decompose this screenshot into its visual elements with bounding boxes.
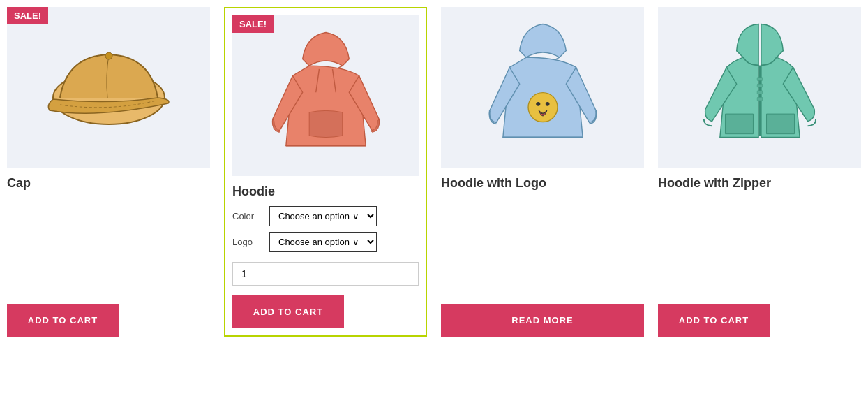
product-image-hoodie: SALE! — [232, 15, 419, 176]
product-card-hoodie-logo: Hoodie with Logo READ MORE — [441, 7, 644, 337]
hoodie-logo-label: Logo — [232, 237, 264, 247]
cap-illustration — [39, 35, 179, 140]
cap-title: Cap — [7, 176, 210, 191]
sale-badge-cap: SALE! — [7, 7, 48, 24]
svg-rect-11 — [757, 91, 763, 94]
svg-point-6 — [545, 102, 549, 106]
svg-rect-10 — [757, 84, 763, 87]
hoodie-logo-title: Hoodie with Logo — [441, 176, 644, 191]
hoodie-blue-illustration — [477, 17, 609, 157]
svg-point-4 — [528, 93, 558, 122]
hoodie-logo-card-body: Hoodie with Logo READ MORE — [441, 176, 644, 337]
hoodie-title: Hoodie — [232, 184, 419, 199]
sale-badge-hoodie: SALE! — [232, 15, 274, 33]
product-card-hoodie-zipper: Hoodie with Zipper ADD TO CART — [658, 7, 861, 337]
cap-card-body: Cap ADD TO CART — [7, 176, 210, 337]
hoodie-color-select[interactable]: Choose an option ∨ Red Blue — [269, 206, 377, 226]
svg-rect-9 — [757, 78, 763, 81]
hoodie-color-option-row: Color Choose an option ∨ Red Blue — [232, 206, 419, 226]
hoodie-logo-select[interactable]: Choose an option ∨ Yes No — [269, 232, 377, 252]
hoodie-zipper-title: Hoodie with Zipper — [658, 176, 861, 191]
hoodie-pink-illustration — [260, 26, 392, 166]
hoodie-zipper-add-to-cart-button[interactable]: ADD TO CART — [658, 304, 770, 337]
cap-add-to-cart-button[interactable]: ADD TO CART — [7, 304, 119, 337]
svg-point-1 — [105, 52, 112, 59]
hoodie-add-to-cart-button[interactable]: ADD TO CART — [232, 295, 344, 328]
hoodie-quantity-input[interactable] — [232, 262, 419, 286]
product-image-hoodie-logo — [441, 7, 644, 168]
svg-rect-12 — [757, 97, 763, 101]
hoodie-options: Color Choose an option ∨ Red Blue Logo C… — [232, 206, 419, 252]
products-grid: SALE! Cap ADD TO CART SALE! — [7, 7, 861, 337]
product-card-hoodie: SALE! — [224, 7, 427, 337]
hoodie-logo-read-more-button[interactable]: READ MORE — [441, 304, 644, 337]
hoodie-color-label: Color — [232, 211, 264, 221]
hoodie-logo-option-row: Logo Choose an option ∨ Yes No — [232, 232, 419, 252]
product-image-cap: SALE! — [7, 7, 210, 168]
product-card-cap: SALE! Cap ADD TO CART — [7, 7, 210, 337]
product-image-hoodie-zipper — [658, 7, 861, 168]
hoodie-zipper-card-body: Hoodie with Zipper ADD TO CART — [658, 176, 861, 337]
hoodie-card-body: Hoodie Color Choose an option ∨ Red Blue… — [232, 184, 419, 328]
hoodie-teal-illustration — [694, 17, 826, 157]
